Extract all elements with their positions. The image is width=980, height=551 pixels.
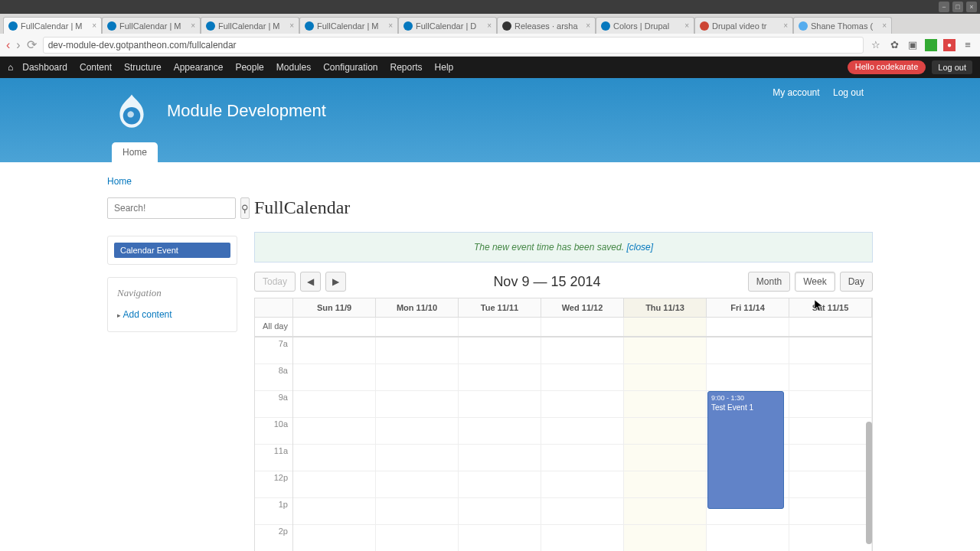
tab-close-icon[interactable]: × bbox=[487, 21, 492, 30]
hello-badge[interactable]: Hello codekarate bbox=[848, 60, 926, 74]
admin-menu-item[interactable]: Configuration bbox=[323, 62, 377, 73]
time-label: 8a bbox=[255, 364, 292, 391]
admin-menu-item[interactable]: Dashboard bbox=[22, 62, 67, 73]
admin-menu-item[interactable]: People bbox=[235, 62, 263, 73]
browser-tab[interactable]: Shane Thomas (× bbox=[793, 17, 892, 34]
star-icon[interactable]: ☆ bbox=[870, 39, 882, 51]
admin-logout-button[interactable]: Log out bbox=[932, 60, 972, 74]
allday-cell[interactable] bbox=[707, 318, 789, 336]
browser-tab[interactable]: Colors | Drupal× bbox=[596, 17, 694, 34]
home-icon[interactable]: ⌂ bbox=[8, 62, 13, 73]
close-icon[interactable]: × bbox=[966, 2, 977, 12]
admin-menu-item[interactable]: Appearance bbox=[174, 62, 224, 73]
admin-menu-item[interactable]: Structure bbox=[124, 62, 162, 73]
search-input[interactable] bbox=[107, 197, 236, 219]
tab-home[interactable]: Home bbox=[112, 142, 158, 162]
calendar-event[interactable]: 9:00 - 1:30Test Event 1 bbox=[707, 391, 784, 509]
my-account-link[interactable]: My account bbox=[773, 87, 819, 98]
calendar-widget[interactable]: Sun 11/9Mon 11/10Tue 11/11Wed 11/12Thu 1… bbox=[254, 298, 873, 551]
event-time: 9:00 - 1:30 bbox=[711, 394, 780, 402]
tab-favicon-icon bbox=[403, 21, 413, 31]
tab-favicon-icon bbox=[305, 21, 314, 31]
tab-favicon-icon bbox=[502, 21, 511, 31]
tab-close-icon[interactable]: × bbox=[882, 21, 887, 30]
gear-icon[interactable]: ✿ bbox=[888, 39, 900, 51]
address-bar[interactable]: dev-module-dev.gotpantheon.com/fullcalen… bbox=[43, 37, 864, 54]
day-header[interactable]: Sun 11/9 bbox=[293, 298, 376, 317]
extension-icon[interactable]: ● bbox=[943, 39, 956, 51]
minimize-icon[interactable]: − bbox=[939, 2, 949, 12]
breadcrumb[interactable]: Home bbox=[107, 176, 873, 187]
day-column[interactable] bbox=[541, 337, 624, 551]
browser-tab[interactable]: FullCalendar | M× bbox=[299, 17, 398, 34]
back-icon[interactable]: ‹ bbox=[6, 38, 10, 52]
browser-tab[interactable]: Drupal video tr× bbox=[694, 17, 793, 34]
extension-icon[interactable] bbox=[925, 39, 937, 51]
logout-link[interactable]: Log out bbox=[833, 87, 864, 98]
tab-favicon-icon bbox=[8, 21, 18, 31]
day-header[interactable]: Fri 11/14 bbox=[707, 298, 789, 317]
view-month-button[interactable]: Month bbox=[748, 272, 790, 292]
tab-title: FullCalendar | M bbox=[21, 21, 83, 31]
allday-cell[interactable] bbox=[459, 318, 541, 336]
nav-add-content[interactable]: Add content bbox=[117, 307, 227, 322]
day-column[interactable] bbox=[376, 337, 459, 551]
browser-tab[interactable]: FullCalendar | M× bbox=[102, 17, 201, 34]
tab-close-icon[interactable]: × bbox=[684, 21, 689, 30]
day-column[interactable] bbox=[293, 337, 376, 551]
browser-tab[interactable]: FullCalendar | D× bbox=[398, 17, 497, 34]
time-label: 11a bbox=[255, 445, 292, 471]
pocket-icon[interactable]: ▣ bbox=[906, 39, 919, 51]
browser-tab[interactable]: FullCalendar | M× bbox=[3, 17, 102, 34]
reload-icon[interactable]: ⟳ bbox=[27, 37, 37, 52]
tab-close-icon[interactable]: × bbox=[586, 21, 590, 30]
status-message: The new event time has been saved. [clos… bbox=[254, 232, 873, 262]
allday-cell[interactable] bbox=[624, 318, 707, 336]
message-close-link[interactable]: [close] bbox=[626, 242, 653, 253]
menu-icon[interactable]: ≡ bbox=[962, 39, 974, 51]
magnifier-icon: ⚲ bbox=[241, 203, 249, 214]
day-header[interactable]: Sat 11/15 bbox=[789, 298, 872, 317]
allday-cell[interactable] bbox=[293, 318, 376, 336]
search-button[interactable]: ⚲ bbox=[240, 197, 250, 219]
prev-button[interactable]: ◀ bbox=[300, 272, 321, 292]
tab-title: Releases · arsha bbox=[514, 21, 578, 31]
tab-title: FullCalendar | D bbox=[416, 21, 476, 31]
calendar-event-button[interactable]: Calendar Event bbox=[114, 243, 230, 258]
day-header[interactable]: Thu 11/13 bbox=[624, 298, 707, 317]
tab-close-icon[interactable]: × bbox=[191, 21, 195, 30]
day-column[interactable] bbox=[459, 337, 541, 551]
tab-close-icon[interactable]: × bbox=[92, 21, 96, 30]
forward-icon[interactable]: › bbox=[16, 38, 20, 52]
drupal-logo-icon[interactable] bbox=[112, 92, 152, 132]
calendar-title: Nov 9 — 15 2014 bbox=[346, 274, 748, 290]
tab-close-icon[interactable]: × bbox=[289, 21, 294, 30]
maximize-icon[interactable]: □ bbox=[952, 2, 963, 12]
allday-cell[interactable] bbox=[376, 318, 459, 336]
view-day-button[interactable]: Day bbox=[840, 272, 873, 292]
day-header[interactable]: Mon 11/10 bbox=[376, 298, 459, 317]
admin-menu-item[interactable]: Help bbox=[435, 62, 454, 73]
day-column[interactable] bbox=[789, 337, 872, 551]
today-button[interactable]: Today bbox=[254, 272, 296, 292]
day-header[interactable]: Wed 11/12 bbox=[541, 298, 624, 317]
admin-menu-item[interactable]: Reports bbox=[390, 62, 423, 73]
scrollbar-thumb[interactable] bbox=[866, 422, 872, 544]
site-title[interactable]: Module Development bbox=[167, 101, 326, 121]
sidebar: ⚲ Calendar Event Navigation Add content bbox=[107, 197, 237, 551]
next-button[interactable]: ▶ bbox=[325, 272, 346, 292]
day-column[interactable] bbox=[624, 337, 707, 551]
day-header[interactable]: Tue 11/11 bbox=[459, 298, 541, 317]
allday-cell[interactable] bbox=[541, 318, 624, 336]
admin-menu-item[interactable]: Modules bbox=[276, 62, 311, 73]
browser-tab[interactable]: FullCalendar | M× bbox=[201, 17, 299, 34]
browser-tab[interactable]: Releases · arsha× bbox=[497, 17, 596, 34]
admin-menu-item[interactable]: Content bbox=[80, 62, 112, 73]
day-column[interactable]: 9:00 - 1:30Test Event 1 bbox=[707, 337, 789, 551]
time-label: 9a bbox=[255, 391, 292, 418]
browser-tab-strip: FullCalendar | M×FullCalendar | M×FullCa… bbox=[0, 14, 980, 34]
view-week-button[interactable]: Week bbox=[795, 272, 835, 292]
tab-close-icon[interactable]: × bbox=[783, 21, 788, 30]
allday-cell[interactable] bbox=[789, 318, 872, 336]
tab-close-icon[interactable]: × bbox=[388, 21, 393, 30]
